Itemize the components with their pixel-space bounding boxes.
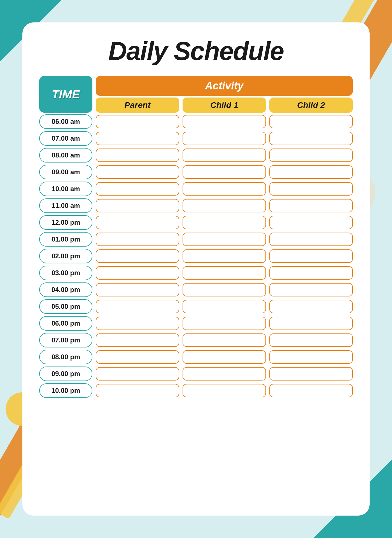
activity-cell-child2[interactable] xyxy=(269,132,353,145)
activity-cell-child2[interactable] xyxy=(269,182,353,196)
activity-cell-child1[interactable] xyxy=(183,333,266,347)
activity-cell-parent[interactable] xyxy=(96,317,179,330)
activity-cell-child1[interactable] xyxy=(183,266,266,280)
time-label: 07.00 pm xyxy=(52,336,80,344)
activity-cell-parent[interactable] xyxy=(96,216,179,229)
time-label: 06.00 am xyxy=(52,118,80,125)
time-cell: 02.00 pm xyxy=(39,249,92,263)
activity-cell-child2[interactable] xyxy=(269,165,353,179)
activity-cell-child2[interactable] xyxy=(269,283,353,296)
sub-header-parent-label: Parent xyxy=(124,100,150,110)
time-cell: 10.00 pm xyxy=(39,383,92,398)
activity-cell-child2[interactable] xyxy=(269,350,353,364)
activity-cell-child2[interactable] xyxy=(269,367,353,381)
activity-cell-child2[interactable] xyxy=(269,266,353,280)
activity-cell-child1[interactable] xyxy=(183,199,266,212)
time-cell: 03.00 pm xyxy=(39,266,92,280)
sub-header-child2-label: Child 2 xyxy=(297,100,325,110)
time-header-cell: TIME xyxy=(39,76,92,113)
table-row: 01.00 pm xyxy=(39,232,353,247)
time-label: 10.00 pm xyxy=(52,387,80,394)
table-row: 07.00 pm xyxy=(39,333,353,347)
table-row: 08.00 am xyxy=(39,148,353,163)
time-label: 09.00 am xyxy=(52,168,80,176)
time-cell: 10.00 am xyxy=(39,182,92,196)
activity-cell-parent[interactable] xyxy=(96,367,179,381)
activity-cell-parent[interactable] xyxy=(96,199,179,212)
activity-cell-child1[interactable] xyxy=(183,132,266,145)
table-row: 05.00 pm xyxy=(39,299,353,314)
activity-cell-child2[interactable] xyxy=(269,233,353,246)
activity-cell-child1[interactable] xyxy=(183,233,266,246)
activity-cell-parent[interactable] xyxy=(96,132,179,145)
sub-headers: Parent Child 1 Child 2 xyxy=(96,98,353,113)
activity-cell-child2[interactable] xyxy=(269,249,353,263)
activity-top-bar: Activity xyxy=(96,76,353,96)
activity-cell-child1[interactable] xyxy=(183,165,266,179)
time-cell: 09.00 am xyxy=(39,165,92,179)
activity-cell-child1[interactable] xyxy=(183,384,266,397)
activity-cell-parent[interactable] xyxy=(96,266,179,280)
activity-cell-parent[interactable] xyxy=(96,149,179,162)
activity-cell-child2[interactable] xyxy=(269,384,353,397)
activity-cell-parent[interactable] xyxy=(96,165,179,179)
time-label: 07.00 am xyxy=(52,134,80,142)
time-cell: 04.00 pm xyxy=(39,282,92,297)
table-row: 04.00 pm xyxy=(39,282,353,297)
activity-cell-child1[interactable] xyxy=(183,115,266,128)
table-row: 07.00 am xyxy=(39,131,353,146)
activity-header-group: Activity Parent Child 1 Child 2 xyxy=(96,76,353,113)
activity-cell-child1[interactable] xyxy=(183,216,266,229)
activity-cell-parent[interactable] xyxy=(96,249,179,263)
activity-cell-child2[interactable] xyxy=(269,317,353,330)
time-label: 10.00 am xyxy=(52,185,80,193)
activity-cell-child2[interactable] xyxy=(269,333,353,347)
activity-cell-child1[interactable] xyxy=(183,149,266,162)
header-row: TIME Activity Parent Child 1 Child 2 xyxy=(39,76,353,113)
data-rows: 06.00 am07.00 am08.00 am09.00 am10.00 am… xyxy=(39,114,353,502)
table-row: 09.00 am xyxy=(39,165,353,179)
time-label: 06.00 pm xyxy=(52,319,80,327)
table-row: 03.00 pm xyxy=(39,266,353,280)
activity-cell-child2[interactable] xyxy=(269,216,353,229)
activity-cell-child1[interactable] xyxy=(183,350,266,364)
activity-cell-parent[interactable] xyxy=(96,115,179,128)
activity-cell-parent[interactable] xyxy=(96,350,179,364)
activity-cell-child2[interactable] xyxy=(269,199,353,212)
activity-cell-child1[interactable] xyxy=(183,283,266,296)
activity-cell-parent[interactable] xyxy=(96,300,179,313)
table-row: 10.00 am xyxy=(39,182,353,196)
time-cell: 07.00 pm xyxy=(39,333,92,347)
time-cell: 11.00 am xyxy=(39,198,92,213)
activity-cell-parent[interactable] xyxy=(96,182,179,196)
activity-cell-child2[interactable] xyxy=(269,300,353,313)
activity-cell-child2[interactable] xyxy=(269,149,353,162)
page-title: Daily Schedule xyxy=(108,36,284,66)
activity-cell-child2[interactable] xyxy=(269,115,353,128)
time-label: 08.00 pm xyxy=(52,353,80,361)
activity-cell-parent[interactable] xyxy=(96,384,179,397)
time-label: 08.00 am xyxy=(52,151,80,159)
activity-cell-parent[interactable] xyxy=(96,283,179,296)
time-cell: 09.00 pm xyxy=(39,367,92,381)
table-row: 10.00 pm xyxy=(39,383,353,398)
time-cell: 08.00 am xyxy=(39,148,92,163)
activity-cell-child1[interactable] xyxy=(183,317,266,330)
activity-cell-child1[interactable] xyxy=(183,182,266,196)
table-row: 06.00 am xyxy=(39,114,353,129)
table-row: 06.00 pm xyxy=(39,316,353,331)
time-cell: 06.00 am xyxy=(39,114,92,129)
activity-cell-parent[interactable] xyxy=(96,233,179,246)
activity-cell-child1[interactable] xyxy=(183,367,266,381)
activity-cell-child1[interactable] xyxy=(183,249,266,263)
time-header-label: TIME xyxy=(52,88,80,101)
table-row: 11.00 am xyxy=(39,198,353,213)
activity-cell-child1[interactable] xyxy=(183,300,266,313)
activity-cell-parent[interactable] xyxy=(96,333,179,347)
sub-header-parent: Parent xyxy=(96,98,179,113)
table-row: 02.00 pm xyxy=(39,249,353,263)
table-row: 08.00 pm xyxy=(39,350,353,364)
schedule-table: TIME Activity Parent Child 1 Child 2 xyxy=(39,76,353,502)
sub-header-child1-label: Child 1 xyxy=(210,100,238,110)
time-label: 09.00 pm xyxy=(52,370,80,377)
